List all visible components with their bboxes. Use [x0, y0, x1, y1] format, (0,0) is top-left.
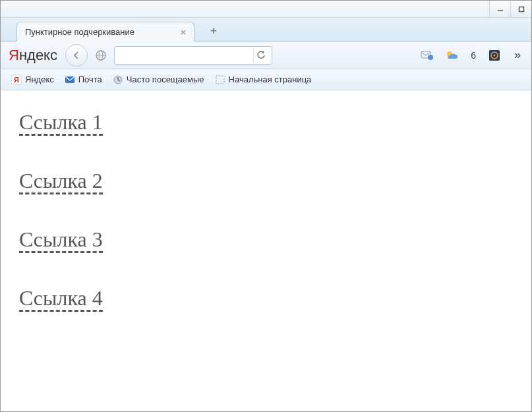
url-input[interactable] [117, 47, 253, 64]
bookmark-most-visited[interactable]: Часто посещаемые [109, 73, 208, 86]
chevron-double-right-icon: » [514, 48, 521, 61]
extension-button[interactable] [484, 45, 505, 66]
new-tab-button[interactable]: + [204, 21, 223, 41]
minimize-button[interactable] [489, 1, 510, 17]
close-icon [180, 29, 187, 36]
placeholder-icon [215, 74, 225, 85]
maximize-icon [518, 6, 525, 13]
arrow-left-icon [71, 50, 82, 61]
yandex-icon: Я [11, 74, 22, 85]
bookmark-label: Яндекс [25, 74, 54, 84]
weather-icon [445, 49, 459, 61]
link-4[interactable]: Ссылка 4 [19, 287, 103, 312]
tab-close-button[interactable] [178, 27, 189, 38]
link-1[interactable]: Ссылка 1 [19, 111, 103, 136]
bookmark-label: Часто посещаемые [127, 74, 204, 84]
svg-point-12 [493, 54, 495, 56]
site-identity-button[interactable] [92, 46, 110, 65]
page-content: Ссылка 1 Ссылка 2 Ссылка 3 Ссылка 4 [1, 90, 531, 367]
mail-icon [65, 74, 75, 85]
svg-rect-15 [216, 76, 224, 84]
bookmark-label: Почта [78, 74, 102, 84]
window-titlebar [1, 1, 531, 18]
globe-icon [95, 49, 107, 61]
back-button[interactable] [65, 44, 88, 67]
overflow-button[interactable]: » [509, 48, 526, 62]
bookmarks-toolbar: Я Яндекс Почта Часто посещаемые Начальна… [1, 69, 531, 90]
bookmark-label: Начальная страница [229, 74, 312, 84]
bookmark-homepage[interactable]: Начальная страница [211, 73, 316, 86]
bookmark-mail[interactable]: Почта [61, 73, 106, 86]
reload-button[interactable] [253, 47, 269, 63]
brand-logo[interactable]: Яндекс [9, 47, 57, 64]
reload-icon [256, 51, 266, 60]
bookmark-yandex[interactable]: Я Яндекс [7, 73, 58, 86]
browser-window: Пунктирное подчеркивание + Яндекс [0, 0, 532, 412]
weather-button[interactable] [442, 45, 463, 66]
browser-tab[interactable]: Пунктирное подчеркивание [16, 22, 194, 42]
tab-title: Пунктирное подчеркивание [25, 27, 134, 37]
maximize-button[interactable] [510, 1, 531, 17]
navigation-toolbar: Яндекс 6 » [1, 42, 531, 69]
minimize-icon [497, 6, 504, 13]
most-visited-icon [113, 74, 123, 85]
url-bar[interactable] [114, 46, 272, 65]
link-3[interactable]: Ссылка 3 [19, 229, 103, 253]
mail-notification-button[interactable] [417, 45, 438, 66]
mail-star-icon [421, 50, 434, 61]
tab-bar: Пунктирное подчеркивание + [1, 18, 531, 42]
plus-icon: + [210, 24, 218, 38]
link-2[interactable]: Ссылка 2 [19, 170, 103, 194]
notification-count[interactable]: 6 [467, 50, 480, 61]
svg-rect-1 [519, 7, 523, 11]
extension-icon [488, 49, 501, 62]
svg-point-8 [428, 55, 433, 60]
